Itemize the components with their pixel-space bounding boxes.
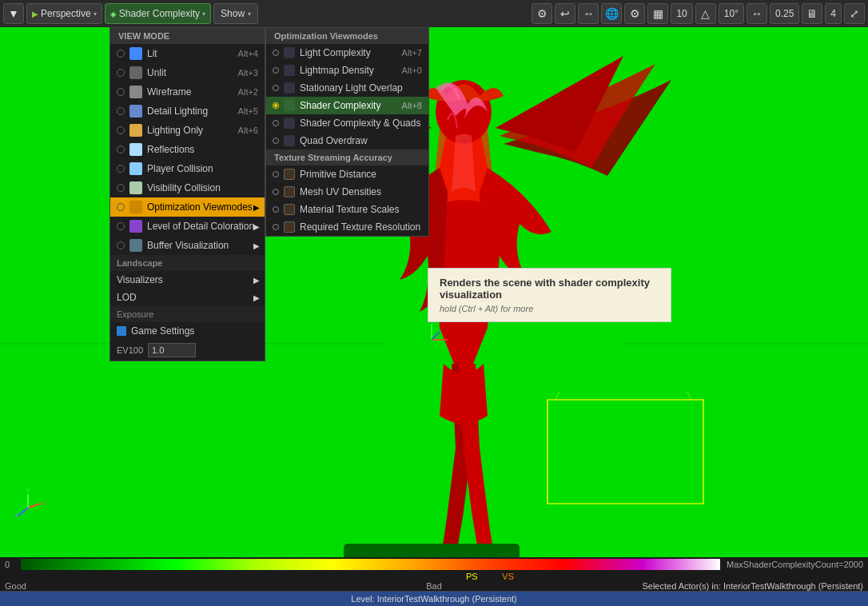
lightmap-density-shortcut: Alt+0	[402, 66, 422, 75]
tooltip-subtitle: hold (Ctrl + Alt) for more	[440, 304, 659, 313]
unlit-label: Unlit	[147, 67, 166, 78]
grid-icon[interactable]: ▦	[647, 3, 668, 24]
opt-item-material-texture[interactable]: Material Texture Scales	[266, 201, 428, 218]
gradient-vs-label: VS	[502, 572, 514, 581]
scale-icon[interactable]: ↔	[578, 3, 599, 24]
camera-icon[interactable]: 🖥	[802, 3, 822, 24]
visibility-collision-radio	[117, 184, 125, 192]
lightmap-density-label: Lightmap Density	[300, 65, 374, 76]
ev100-input[interactable]	[148, 343, 196, 357]
shader-complexity-dropdown[interactable]: ◈ Shader Complexity ▾	[105, 3, 211, 24]
player-collision-label: Player Collision	[147, 163, 213, 174]
svg-text:Y: Y	[26, 488, 30, 494]
texture-streaming-header: Texture Streaming Accuracy	[266, 150, 428, 165]
shader-complexity-radio	[273, 102, 279, 109]
optimization-submenu-header: Optimization Viewmodes	[266, 28, 428, 44]
player-collision-radio	[117, 165, 125, 173]
svg-point-1	[436, 80, 492, 144]
surface-snap-icon[interactable]: ⚙	[624, 3, 645, 24]
angle-size-button[interactable]: 10°	[719, 3, 744, 24]
lightmap-density-icon	[284, 65, 295, 76]
game-settings-checkbox[interactable]	[117, 326, 126, 336]
menu-item-lighting-only[interactable]: Lighting Only Alt+6	[110, 121, 265, 140]
buffer-label: Buffer Visualization	[147, 240, 229, 251]
lighting-only-icon	[129, 124, 142, 137]
camera-speed-button[interactable]: 4	[825, 3, 842, 24]
buffer-icon	[129, 239, 142, 252]
coord-indicator: X Y Z	[8, 488, 48, 530]
lit-radio	[117, 50, 125, 58]
landscape-section-label: Landscape	[110, 255, 265, 271]
mesh-uv-label: Mesh UV Densities	[300, 186, 381, 197]
menu-item-unlit[interactable]: Unlit Alt+3	[110, 63, 265, 82]
menu-item-visibility-collision[interactable]: Visibility Collision	[110, 178, 265, 197]
opt-item-light-complexity[interactable]: Light Complexity Alt+7	[266, 44, 428, 62]
menu-item-reflections[interactable]: Reflections	[110, 140, 265, 159]
max-complexity-label: MaxShaderComplexityCount=2000	[727, 560, 863, 569]
angle-snap-icon[interactable]: △	[695, 3, 716, 24]
bad-label: Bad	[291, 581, 577, 591]
detail-lighting-label: Detail Lighting	[147, 106, 208, 117]
menu-item-optimization[interactable]: Optimization Viewmodes	[110, 197, 265, 217]
wireframe-shortcut: Alt+2	[238, 87, 258, 97]
opt-item-shader-complexity[interactable]: Shader Complexity Alt+8	[266, 97, 428, 114]
menu-item-buffer-visualization[interactable]: Buffer Visualization	[110, 236, 265, 255]
maximize-icon[interactable]: ⤢	[844, 3, 865, 24]
stationary-light-radio	[273, 85, 279, 91]
lightmap-density-radio	[273, 67, 279, 74]
detail-lighting-icon	[129, 105, 142, 118]
shader-complexity-label: Shader Complexity	[119, 8, 200, 19]
opt-item-stationary-light[interactable]: Stationary Light Overlap	[266, 79, 428, 97]
viewport-options-button[interactable]: ▼	[3, 3, 24, 24]
opt-item-mesh-uv[interactable]: Mesh UV Densities	[266, 183, 428, 201]
show-button[interactable]: Show ▾	[213, 3, 258, 24]
optimization-label: Optimization Viewmodes	[147, 201, 253, 213]
material-texture-icon	[284, 204, 295, 215]
material-texture-label: Material Texture Scales	[300, 204, 400, 215]
light-complexity-shortcut: Alt+7	[402, 48, 422, 58]
primitive-distance-radio	[273, 171, 279, 177]
lighting-only-shortcut: Alt+6	[238, 126, 258, 135]
visibility-collision-icon	[129, 181, 142, 194]
scale-size-button[interactable]: 0.25	[770, 3, 799, 24]
shader-quads-radio	[273, 120, 279, 126]
opt-item-lightmap-density[interactable]: Lightmap Density Alt+0	[266, 62, 428, 79]
menu-item-visualizers[interactable]: Visualizers	[110, 271, 265, 289]
menu-item-lod[interactable]: LOD	[110, 289, 265, 306]
scale-snap-icon[interactable]: ↔	[747, 3, 767, 24]
rotate-icon[interactable]: ↩	[555, 3, 575, 24]
mesh-uv-radio	[273, 189, 279, 195]
level-label: Level: InteriorTestWalkthrough (Persiste…	[351, 594, 516, 604]
good-bad-row: Good Bad Selected Actor(s) in: InteriorT…	[0, 581, 868, 591]
gradient-good-label	[5, 572, 422, 581]
menu-item-wireframe[interactable]: Wireframe Alt+2	[110, 82, 265, 102]
opt-item-primitive-distance[interactable]: Primitive Distance	[266, 165, 428, 183]
required-texture-radio	[273, 224, 279, 230]
grid-size-button[interactable]: 10	[671, 3, 692, 24]
svg-line-15	[18, 508, 28, 516]
opt-item-required-texture[interactable]: Required Texture Resolution	[266, 218, 428, 236]
menu-item-detail-lighting[interactable]: Detail Lighting Alt+5	[110, 102, 265, 121]
buffer-radio	[117, 241, 125, 249]
menu-item-lit[interactable]: Lit Alt+4	[110, 44, 265, 63]
tooltip-title: Renders the scene with shader complexity…	[440, 277, 659, 301]
view-mode-menu: View Mode Lit Alt+4 Unlit Alt+3 Wirefram…	[109, 27, 265, 361]
shader-complexity-opt-shortcut: Alt+8	[402, 101, 422, 110]
perspective-dropdown[interactable]: ▶ Perspective ▾	[26, 3, 102, 24]
editor-settings-icon[interactable]: ⚙	[532, 3, 552, 24]
reflections-label: Reflections	[147, 144, 194, 155]
shader-complexity-opt-icon	[284, 100, 295, 111]
menu-item-lod-coloration[interactable]: Level of Detail Coloration	[110, 217, 265, 236]
lod-section-label: LOD	[117, 292, 137, 303]
stationary-light-label: Stationary Light Overlap	[300, 82, 403, 94]
shader-complexity-arrow-icon: ▾	[202, 10, 205, 18]
light-complexity-radio	[273, 50, 279, 56]
game-settings-checkbox-item[interactable]: Game Settings	[110, 322, 265, 340]
opt-item-quad-overdraw[interactable]: Quad Overdraw	[266, 132, 428, 150]
opt-item-shader-complexity-quads[interactable]: Shader Complexity & Quads	[266, 114, 428, 132]
perspective-label: Perspective	[41, 8, 91, 19]
stationary-light-icon	[284, 82, 295, 94]
menu-item-player-collision[interactable]: Player Collision	[110, 159, 265, 178]
svg-line-7	[687, 392, 691, 400]
world-icon[interactable]: 🌐	[601, 3, 622, 24]
